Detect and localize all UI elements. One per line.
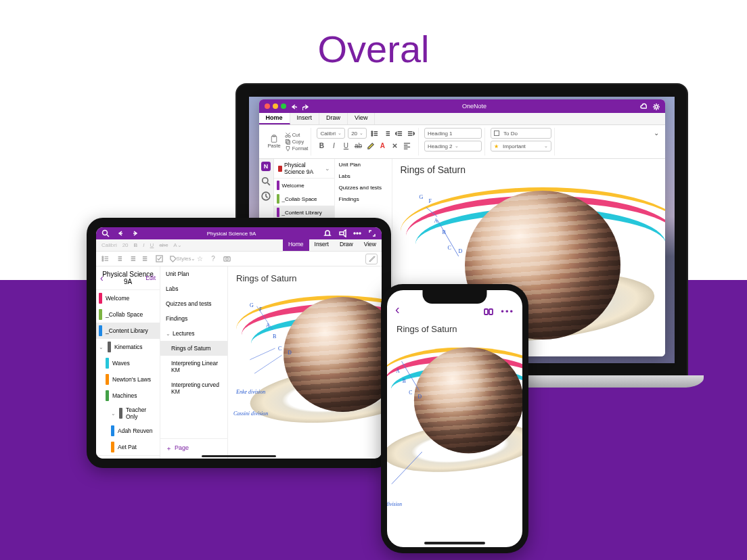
- indent-icon[interactable]: [406, 129, 415, 138]
- bold-icon[interactable]: B: [134, 242, 138, 248]
- tab-view[interactable]: View: [359, 239, 382, 251]
- minimize-icon[interactable]: [273, 103, 278, 109]
- page-item[interactable]: Rings of Saturn: [160, 341, 227, 356]
- share-icon[interactable]: [338, 229, 346, 237]
- recent-icon[interactable]: [261, 191, 271, 201]
- add-section-button[interactable]: ＋Section: [96, 455, 160, 459]
- notebook-icon[interactable]: N: [261, 162, 271, 171]
- outdent-icon[interactable]: [127, 254, 137, 264]
- page-item[interactable]: Quizzes and tests: [160, 296, 227, 311]
- home-indicator[interactable]: [424, 542, 485, 544]
- bullets-icon[interactable]: [100, 254, 110, 264]
- size-select[interactable]: 20⌄: [348, 128, 367, 139]
- section-item[interactable]: Welcome: [274, 179, 334, 192]
- undo-icon[interactable]: [290, 103, 297, 110]
- styles-select[interactable]: Styles ⌄: [181, 254, 191, 264]
- section-item[interactable]: _Collab Space: [274, 192, 334, 206]
- tab-insert[interactable]: Insert: [290, 113, 320, 124]
- search-icon[interactable]: [261, 177, 271, 186]
- close-icon[interactable]: [265, 103, 270, 109]
- notebook-selector[interactable]: Physical Science 9A ⌄: [274, 159, 334, 179]
- section-item[interactable]: Welcome: [96, 290, 160, 306]
- settings-icon[interactable]: [652, 103, 660, 110]
- font-select[interactable]: Calibri⌄: [317, 128, 345, 139]
- font-color-icon[interactable]: A⌄: [173, 242, 181, 248]
- size-select[interactable]: 20: [122, 242, 129, 248]
- page-item[interactable]: Labs: [160, 281, 227, 296]
- undo-icon[interactable]: [116, 229, 124, 237]
- font-color-icon[interactable]: A: [378, 141, 387, 150]
- style-heading1[interactable]: Heading 1: [424, 128, 482, 139]
- page-title[interactable]: Rings of Saturn: [387, 321, 522, 341]
- page-item[interactable]: Unit Plan: [160, 266, 227, 281]
- underline-icon[interactable]: U: [341, 141, 350, 150]
- page-title[interactable]: Rings of Saturn: [236, 273, 374, 283]
- edit-button[interactable]: Edit: [145, 275, 156, 281]
- ribbon-collapse-icon[interactable]: ⌄: [652, 128, 661, 137]
- page-item[interactable]: Unit Plan: [335, 159, 392, 170]
- tablet-note-canvas[interactable]: Rings of Saturn G F A B C: [228, 266, 382, 459]
- underline-icon[interactable]: U: [150, 242, 154, 248]
- question-icon[interactable]: ?: [208, 254, 218, 264]
- section-item[interactable]: Aet Pat: [96, 439, 160, 455]
- back-icon[interactable]: ‹: [100, 273, 104, 283]
- more-icon[interactable]: •••: [501, 306, 514, 317]
- section-item[interactable]: Waves: [96, 355, 160, 371]
- tab-home[interactable]: Home: [283, 239, 309, 251]
- font-select[interactable]: Calibri: [101, 242, 117, 248]
- page-item[interactable]: Interpreting Linear KM: [160, 356, 227, 377]
- tab-view[interactable]: View: [348, 113, 375, 124]
- tab-insert[interactable]: Insert: [309, 239, 334, 251]
- page-item[interactable]: Quizzes and tests: [335, 182, 392, 193]
- page-group[interactable]: ⌄Lectures: [160, 326, 227, 341]
- notification-icon[interactable]: [323, 229, 332, 237]
- numbering-icon[interactable]: [114, 254, 123, 264]
- copy-button[interactable]: Copy: [285, 139, 309, 145]
- tab-home[interactable]: Home: [259, 113, 290, 124]
- redo-icon[interactable]: [302, 103, 310, 110]
- fullscreen-icon[interactable]: [368, 229, 376, 237]
- immersive-icon[interactable]: [483, 306, 494, 317]
- checkbox-icon[interactable]: [154, 254, 164, 264]
- tag-important[interactable]: ★Important⌄: [491, 141, 551, 151]
- strike-icon[interactable]: ab: [353, 141, 363, 150]
- format-painter-button[interactable]: Format: [285, 145, 309, 151]
- redo-icon[interactable]: [131, 229, 139, 237]
- bullets-icon[interactable]: [369, 129, 379, 138]
- indent-icon[interactable]: [141, 254, 150, 264]
- section-item[interactable]: _Collab Space: [96, 306, 160, 323]
- numbering-icon[interactable]: [382, 129, 391, 138]
- maximize-icon[interactable]: [281, 103, 286, 109]
- bold-icon[interactable]: B: [317, 141, 326, 150]
- tab-draw[interactable]: Draw: [319, 113, 348, 124]
- cut-button[interactable]: Cut: [285, 132, 309, 138]
- page-title[interactable]: Rings of Saturn: [401, 164, 657, 175]
- strike-icon[interactable]: abc: [159, 242, 168, 248]
- tag-todo[interactable]: To Do: [491, 128, 551, 139]
- search-icon[interactable]: [101, 229, 110, 237]
- section-item[interactable]: _Content Library: [96, 323, 160, 339]
- star-icon[interactable]: ☆: [195, 254, 204, 264]
- page-item[interactable]: Findings: [335, 193, 392, 205]
- outdent-icon[interactable]: [394, 129, 403, 138]
- camera-icon[interactable]: [222, 254, 231, 264]
- clear-format-icon[interactable]: [390, 141, 399, 150]
- tab-draw[interactable]: Draw: [334, 239, 359, 251]
- page-item[interactable]: Interpreting curved KM: [160, 377, 227, 399]
- traffic-lights[interactable]: [265, 103, 286, 109]
- section-item[interactable]: Adah Reuven: [96, 423, 160, 439]
- page-item[interactable]: Labs: [335, 170, 392, 182]
- section-item[interactable]: _Content Library: [274, 206, 334, 219]
- section-item[interactable]: Newton's Laws: [96, 371, 160, 388]
- italic-icon[interactable]: I: [143, 242, 144, 248]
- section-group[interactable]: ⌄Kinematics: [96, 339, 160, 355]
- more-icon[interactable]: [353, 229, 361, 237]
- page-item[interactable]: Findings: [160, 311, 227, 326]
- phone-note-canvas[interactable]: A B C D division: [387, 341, 522, 547]
- section-item[interactable]: Machines: [96, 388, 160, 404]
- align-icon[interactable]: [402, 141, 411, 150]
- paste-button[interactable]: Paste: [266, 134, 283, 149]
- ink-toggle[interactable]: [365, 254, 378, 264]
- cloud-icon[interactable]: [639, 103, 647, 110]
- back-icon[interactable]: ‹: [395, 302, 400, 317]
